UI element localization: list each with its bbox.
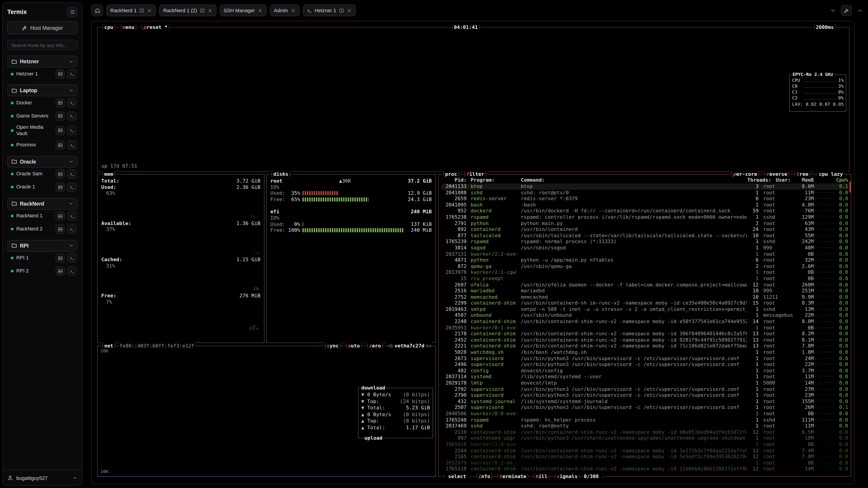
header-cpu[interactable]: Cpu%: [835, 177, 849, 184]
tab-close-button[interactable]: [258, 8, 263, 13]
process-row[interactable]: 2516mariadbdmariadbd18999251M··········0…: [441, 288, 849, 294]
host-terminal-button[interactable]: [67, 212, 76, 221]
host-connect-button[interactable]: [56, 111, 65, 121]
group-collapse-button[interactable]: [67, 86, 75, 94]
process-row[interactable]: 2240containerd-shim/usr/bin/containerd-s…: [441, 319, 849, 325]
process-row[interactable]: 2040506kworker/0:0-even1root0B··········…: [441, 411, 849, 417]
process-row[interactable]: 2019463smtpdsmtpd -n 589 -t inet -u -o s…: [441, 306, 849, 313]
refresh-rate[interactable]: ┤2000ms├: [812, 24, 837, 31]
process-row[interactable]: 2791pythonpython main.py2root63M········…: [441, 220, 849, 226]
tab[interactable]: RackNerd 1 (2): [159, 4, 216, 16]
terminal-panel[interactable]: ┤cpu├ ┤menu├┤preset *├ ┤04:01:41├ ┤2000m…: [91, 21, 855, 484]
group-header[interactable]: RPI: [7, 240, 77, 252]
tab[interactable]: Hetzner 1: [303, 4, 355, 16]
process-row[interactable]: 482configdovecot/config1root3.7M········…: [441, 368, 849, 374]
menu-button[interactable]: ┤menu├: [119, 24, 138, 31]
header-memb[interactable]: MemB: [794, 177, 814, 184]
process-row[interactable]: 2110containerd-shim/usr/bin/containerd-s…: [441, 429, 849, 435]
process-row[interactable]: 952dockerd/usr/bin/dockerd -H fd:// --co…: [441, 208, 849, 214]
process-row[interactable]: 1965018kworker/1:0-even1root0B··········…: [441, 442, 849, 448]
host-item[interactable]: RPI 2: [7, 265, 77, 278]
group-collapse-button[interactable]: [67, 57, 75, 66]
tab-close-button[interactable]: [291, 8, 296, 13]
tab-split-button[interactable]: [339, 8, 344, 13]
process-row[interactable]: 2792supervisord/usr/bin/python3 /usr/bin…: [441, 386, 849, 392]
process-row[interactable]: 1765239rspamdrspamd: normal process (*:1…: [441, 239, 849, 245]
process-row[interactable]: 2452containerd-shim/usr/bin/containerd-s…: [441, 337, 849, 343]
process-row[interactable]: 1765118containerd-shim/usr/bin/container…: [441, 466, 849, 472]
host-item[interactable]: RPI 1: [7, 252, 77, 265]
process-row[interactable]: 432systemd-journal/lib/systemd/systemd-j…: [441, 398, 849, 404]
process-row[interactable]: 872qemu-ga/usr/sbin/qemu-ga2root2.6M····…: [441, 263, 849, 269]
process-row[interactable]: 2032979kworker/0:2-mm_p1root0B··········…: [441, 460, 849, 466]
tools-button[interactable]: [841, 5, 852, 16]
host-item[interactable]: Game Servers: [7, 109, 77, 123]
host-terminal-button[interactable]: [67, 169, 76, 178]
host-item[interactable]: RackNerd 2: [7, 223, 77, 236]
header-threads[interactable]: Threads:: [747, 177, 771, 184]
process-row[interactable]: 2244containerd-shim/usr/bin/containerd-s…: [441, 448, 849, 454]
user-bar[interactable]: bugattiguy527: [3, 470, 82, 485]
host-terminal-button[interactable]: [67, 140, 76, 150]
host-connect-button[interactable]: [56, 169, 65, 178]
group-header[interactable]: Hetzner: [7, 56, 77, 67]
header-pid[interactable]: Pid:: [441, 177, 467, 184]
tab-split-button[interactable]: [199, 8, 205, 13]
sidebar-menu-button[interactable]: [67, 7, 77, 17]
process-row[interactable]: 2178containerd-shim/usr/bin/containerd-s…: [441, 331, 849, 337]
host-terminal-button[interactable]: [67, 69, 76, 78]
host-connect-button[interactable]: [56, 183, 65, 192]
header-user[interactable]: User:: [771, 177, 794, 184]
host-terminal-button[interactable]: [67, 254, 76, 263]
process-row[interactable]: 2029178lmtpdovecot/lmtp1500014M·········…: [441, 380, 849, 386]
process-scrollbar-thumb[interactable]: [849, 182, 851, 193]
host-connect-button[interactable]: [56, 140, 65, 150]
process-row[interactable]: 2041088sshdsshd: root@pts/01root11M·····…: [441, 190, 849, 196]
tab[interactable]: SSH Manager: [219, 4, 267, 16]
signals-button[interactable]: ┤signals├: [553, 473, 581, 480]
sync-button[interactable]: ┤sync├: [323, 343, 342, 349]
host-terminal-button[interactable]: [67, 183, 76, 192]
search-input[interactable]: [7, 40, 77, 50]
preset-button[interactable]: ┤preset *├: [140, 24, 171, 31]
process-row[interactable]: 2037469sshdsshd: root@notty1root11M·····…: [441, 423, 849, 429]
process-row[interactable]: 2035951kworker/0:1-even1root0B··········…: [441, 325, 849, 331]
group-header[interactable]: Laptop: [7, 85, 77, 96]
process-row[interactable]: 2299containerd-shim/usr/bin/containerd-s…: [441, 300, 849, 306]
home-button[interactable]: [91, 4, 103, 16]
group-collapse-button[interactable]: [67, 158, 75, 166]
host-terminal-button[interactable]: [67, 111, 76, 121]
host-connect-button[interactable]: [56, 98, 65, 107]
group-header[interactable]: Oracle: [7, 156, 77, 167]
process-row[interactable]: 2013978kworker/2:1-cgwb1root0B··········…: [441, 269, 849, 275]
process-row[interactable]: 2165containerd-shim/usr/bin/containerd-s…: [441, 454, 849, 460]
process-row[interactable]: 2041095bash-bash1root4.8M··········0.0: [441, 202, 849, 208]
process-row[interactable]: 897unattended-upgr/usr/bin/python3 /usr/…: [441, 435, 849, 442]
process-row[interactable]: 2507supervisord/usr/bin/python3 /usr/bin…: [441, 404, 849, 411]
terminate-button[interactable]: ┤terminate├: [496, 473, 530, 480]
host-item[interactable]: Proxmox: [7, 138, 77, 152]
host-item[interactable]: Docker: [7, 96, 77, 109]
info-button[interactable]: ┤info├: [475, 473, 494, 480]
host-terminal-button[interactable]: [67, 225, 76, 234]
host-manager-button[interactable]: Host Manager: [7, 21, 77, 34]
process-row[interactable]: 15rcu_preempt1root0B··········0.0: [441, 275, 849, 282]
process-row[interactable]: 2697ofelia/usr/bin/ofelia daemon --docke…: [441, 282, 849, 288]
process-row[interactable]: 4871pythonpython -u /app/main.py nftable…: [441, 257, 849, 263]
process-row[interactable]: 2673supervisord/usr/bin/python3 /usr/bin…: [441, 355, 849, 361]
header-program[interactable]: Program:: [467, 177, 516, 184]
process-row[interactable]: 2037131kworker/2:2-even1root0B··········…: [441, 251, 849, 257]
host-item[interactable]: Oracle 1: [7, 181, 77, 194]
auto-button[interactable]: ┤auto├: [344, 343, 364, 349]
tab-split-button[interactable]: [139, 8, 144, 13]
host-item[interactable]: Hetzner 1: [7, 67, 77, 80]
host-connect-button[interactable]: [56, 225, 65, 234]
group-collapse-button[interactable]: [67, 241, 75, 250]
host-terminal-button[interactable]: [67, 126, 76, 135]
process-row[interactable]: 2041133btopbtop3root8.6M··········0.1: [441, 184, 849, 190]
process-row[interactable]: 2659redis-serverredis-server *:63796root…: [441, 196, 849, 202]
host-terminal-button[interactable]: [67, 267, 76, 275]
tabs-scroll-up-button[interactable]: [855, 5, 865, 16]
host-connect-button[interactable]: [56, 69, 65, 78]
process-row[interactable]: 877tailscaled/usr/sbin/tailscaled --stat…: [441, 233, 849, 239]
